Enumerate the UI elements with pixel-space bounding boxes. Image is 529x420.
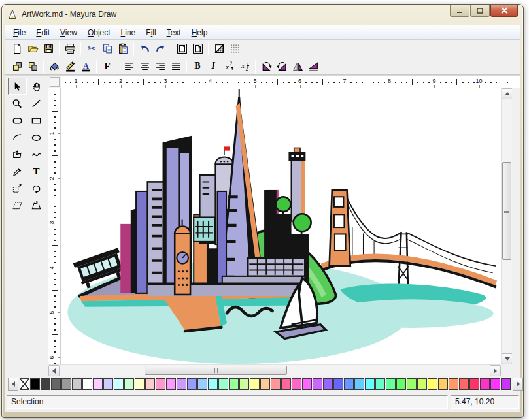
scroll-down-button[interactable] bbox=[502, 353, 513, 364]
vertical-scrollbar[interactable] bbox=[501, 88, 512, 364]
palette-scroll-left-button[interactable] bbox=[8, 378, 18, 391]
color-swatch-ffffcc[interactable] bbox=[135, 378, 145, 390]
scroll-right-button[interactable] bbox=[490, 365, 501, 376]
grid-toggle-button[interactable] bbox=[227, 41, 243, 56]
color-swatch-ff9966[interactable] bbox=[449, 378, 458, 390]
menu-file[interactable]: File bbox=[8, 27, 31, 39]
color-swatch-ff6699[interactable] bbox=[281, 378, 291, 390]
rotate-tool[interactable] bbox=[27, 180, 46, 197]
color-swatch-66ff99[interactable] bbox=[386, 378, 396, 390]
ellipse-tool[interactable] bbox=[27, 129, 46, 146]
color-swatch-cc33ff[interactable] bbox=[501, 378, 511, 390]
color-swatch-ffccff[interactable] bbox=[93, 378, 103, 390]
horizontal-scrollbar[interactable] bbox=[48, 364, 501, 376]
color-swatch-9999ff[interactable] bbox=[187, 378, 197, 390]
color-swatch-ffff66[interactable] bbox=[428, 378, 437, 390]
color-swatch-99ccff[interactable] bbox=[197, 378, 207, 390]
curve-tool[interactable] bbox=[27, 146, 46, 163]
align-left-button[interactable] bbox=[121, 59, 137, 74]
text-tool[interactable]: T bbox=[27, 163, 46, 180]
color-swatch-ff66cc[interactable] bbox=[292, 378, 301, 390]
pan-tool[interactable] bbox=[27, 78, 46, 95]
color-swatch-ffcc66[interactable] bbox=[438, 378, 448, 390]
color-swatch-ff33ff[interactable] bbox=[490, 378, 500, 390]
close-button[interactable] bbox=[490, 5, 518, 17]
subscript-button[interactable]: x2 bbox=[237, 59, 252, 74]
color-swatch-99ff99[interactable] bbox=[229, 378, 239, 390]
color-swatch-ffcccc[interactable] bbox=[145, 378, 155, 390]
undo-button[interactable] bbox=[137, 41, 152, 56]
line-color-button[interactable] bbox=[62, 59, 78, 74]
color-swatch-ff3366[interactable] bbox=[469, 378, 479, 390]
align-right-button[interactable] bbox=[152, 59, 168, 74]
justify-button[interactable] bbox=[168, 59, 184, 74]
eyedropper-tool[interactable] bbox=[8, 163, 27, 180]
font-button[interactable]: F bbox=[99, 59, 115, 74]
title-bar[interactable]: ArtWork.md - Mayura Draw bbox=[2, 5, 523, 24]
italic-button[interactable]: I bbox=[205, 59, 221, 74]
print-button[interactable] bbox=[62, 41, 78, 56]
teal-water[interactable] bbox=[328, 283, 494, 327]
pattern-fill-button[interactable] bbox=[211, 41, 227, 56]
menu-object[interactable]: Object bbox=[82, 27, 116, 39]
menu-text[interactable]: Text bbox=[162, 27, 186, 39]
color-swatch-999999[interactable] bbox=[61, 378, 71, 390]
color-swatch-ccffff[interactable] bbox=[114, 378, 124, 390]
color-swatch-3f3f3f[interactable] bbox=[41, 378, 50, 390]
color-swatch-cccccc[interactable] bbox=[72, 378, 82, 390]
superscript-button[interactable]: x2 bbox=[221, 59, 237, 74]
horizontal-scroll-thumb[interactable] bbox=[145, 366, 287, 375]
color-swatch-cc99ff[interactable] bbox=[177, 378, 186, 390]
vertical-scroll-thumb[interactable] bbox=[502, 162, 511, 260]
scroll-up-button[interactable] bbox=[502, 88, 513, 99]
color-swatch-9966ff[interactable] bbox=[323, 378, 333, 390]
color-swatch-66ffcc[interactable] bbox=[375, 378, 385, 390]
swatch-none[interactable] bbox=[20, 378, 29, 390]
flip-horizontal-button[interactable] bbox=[290, 59, 305, 74]
color-swatch-ffcc99[interactable] bbox=[260, 378, 270, 390]
horizontal-scroll-track[interactable] bbox=[60, 365, 490, 376]
color-swatch-ff99ff[interactable] bbox=[166, 378, 176, 390]
send-to-back-button[interactable] bbox=[25, 59, 41, 74]
open-button[interactable] bbox=[25, 41, 41, 56]
color-swatch-99ffcc[interactable] bbox=[218, 378, 228, 390]
zoom-tool[interactable] bbox=[8, 95, 27, 112]
ferry-clock-tower[interactable] bbox=[175, 220, 190, 295]
canvas-artwork[interactable] bbox=[61, 88, 501, 364]
color-swatch-ccffcc[interactable] bbox=[124, 378, 134, 390]
text-color-button[interactable]: A bbox=[78, 59, 94, 74]
redo-button[interactable] bbox=[152, 41, 168, 56]
bring-to-front-button[interactable] bbox=[9, 59, 25, 74]
align-center-button[interactable] bbox=[137, 59, 152, 74]
scroll-left-button[interactable] bbox=[48, 365, 60, 376]
page-setup-button[interactable] bbox=[190, 41, 205, 56]
color-swatch-66ff66[interactable] bbox=[396, 378, 406, 390]
cut-button[interactable]: ✂ bbox=[84, 41, 99, 56]
color-swatch-666666[interactable] bbox=[51, 378, 61, 390]
flip-vertical-button[interactable] bbox=[305, 59, 321, 74]
shear-tool[interactable] bbox=[8, 197, 27, 214]
rotate-left-button[interactable] bbox=[258, 59, 274, 74]
color-swatch-ccff99[interactable] bbox=[239, 378, 249, 390]
view-page-button[interactable] bbox=[174, 41, 190, 56]
rounded-rectangle-tool[interactable] bbox=[8, 112, 27, 129]
color-swatch-ff6666[interactable] bbox=[459, 378, 469, 390]
color-swatch-6699ff[interactable] bbox=[344, 378, 354, 390]
scale-tool[interactable] bbox=[8, 180, 27, 197]
vertical-scroll-track[interactable] bbox=[502, 99, 512, 353]
rectangle-tool[interactable] bbox=[27, 112, 46, 129]
perspective-tool[interactable] bbox=[27, 197, 46, 214]
menu-help[interactable]: Help bbox=[186, 27, 213, 39]
bold-button[interactable]: B bbox=[190, 59, 205, 74]
color-swatch-99ffff[interactable] bbox=[208, 378, 218, 390]
color-swatch-99ff66[interactable] bbox=[407, 378, 417, 390]
color-swatch-66ccff[interactable] bbox=[354, 378, 364, 390]
fill-color-button[interactable] bbox=[46, 59, 62, 74]
color-swatch-ffffff[interactable] bbox=[82, 378, 92, 390]
golden-gate-bridge[interactable] bbox=[322, 190, 496, 287]
menu-line[interactable]: Line bbox=[116, 27, 141, 39]
right-buildings[interactable] bbox=[248, 148, 311, 293]
drawing-canvas[interactable] bbox=[61, 88, 501, 364]
polygon-tool[interactable] bbox=[8, 146, 27, 163]
color-swatch-ff9999[interactable] bbox=[271, 378, 281, 390]
